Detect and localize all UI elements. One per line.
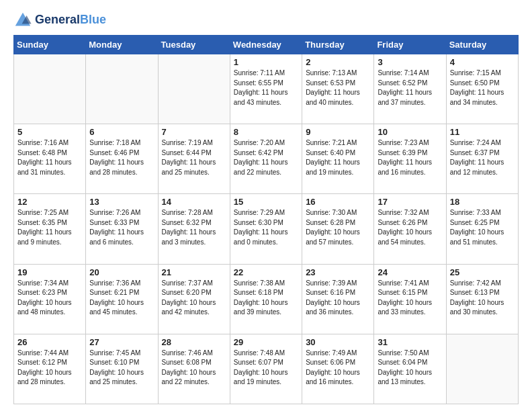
calendar-cell: 14Sunrise: 7:28 AM Sunset: 6:32 PM Dayli… bbox=[158, 194, 230, 264]
calendar-cell: 17Sunrise: 7:32 AM Sunset: 6:26 PM Dayli… bbox=[374, 194, 446, 264]
calendar-week-row: 26Sunrise: 7:44 AM Sunset: 6:12 PM Dayli… bbox=[14, 334, 519, 404]
day-number: 8 bbox=[234, 127, 298, 137]
day-detail: Sunrise: 7:29 AM Sunset: 6:30 PM Dayligh… bbox=[234, 208, 298, 247]
day-detail: Sunrise: 7:49 AM Sunset: 6:06 PM Dayligh… bbox=[306, 349, 370, 387]
calendar-cell: 19Sunrise: 7:34 AM Sunset: 6:23 PM Dayli… bbox=[14, 264, 86, 334]
calendar-cell: 13Sunrise: 7:26 AM Sunset: 6:33 PM Dayli… bbox=[86, 194, 158, 264]
calendar-cell: 8Sunrise: 7:20 AM Sunset: 6:42 PM Daylig… bbox=[230, 124, 302, 194]
day-detail: Sunrise: 7:13 AM Sunset: 6:53 PM Dayligh… bbox=[306, 68, 370, 107]
calendar-cell: 10Sunrise: 7:23 AM Sunset: 6:39 PM Dayli… bbox=[374, 124, 446, 194]
calendar-cell: 27Sunrise: 7:45 AM Sunset: 6:10 PM Dayli… bbox=[86, 334, 158, 404]
calendar-cell bbox=[446, 334, 518, 404]
calendar-cell: 23Sunrise: 7:39 AM Sunset: 6:16 PM Dayli… bbox=[302, 264, 374, 334]
day-number: 1 bbox=[234, 57, 298, 67]
logo: GeneralBlue bbox=[13, 11, 106, 30]
day-number: 2 bbox=[306, 57, 370, 67]
calendar-cell: 7Sunrise: 7:19 AM Sunset: 6:44 PM Daylig… bbox=[158, 124, 230, 194]
logo-text: GeneralBlue bbox=[35, 13, 106, 27]
day-number: 12 bbox=[17, 197, 82, 207]
calendar-cell: 9Sunrise: 7:21 AM Sunset: 6:40 PM Daylig… bbox=[302, 124, 374, 194]
day-number: 20 bbox=[89, 267, 154, 277]
day-detail: Sunrise: 7:34 AM Sunset: 6:23 PM Dayligh… bbox=[17, 279, 82, 318]
calendar-cell: 29Sunrise: 7:48 AM Sunset: 6:07 PM Dayli… bbox=[230, 334, 302, 404]
day-number: 31 bbox=[378, 337, 442, 347]
day-number: 22 bbox=[234, 267, 298, 277]
day-number: 26 bbox=[17, 337, 82, 347]
page: GeneralBlue SundayMondayTuesdayWednesday… bbox=[0, 0, 532, 411]
day-number: 17 bbox=[378, 197, 442, 207]
day-number: 6 bbox=[89, 127, 154, 137]
calendar-cell: 20Sunrise: 7:36 AM Sunset: 6:21 PM Dayli… bbox=[86, 264, 158, 334]
day-detail: Sunrise: 7:14 AM Sunset: 6:52 PM Dayligh… bbox=[378, 68, 442, 107]
day-number: 27 bbox=[89, 337, 154, 347]
day-detail: Sunrise: 7:38 AM Sunset: 6:18 PM Dayligh… bbox=[234, 279, 298, 318]
calendar-cell: 5Sunrise: 7:16 AM Sunset: 6:48 PM Daylig… bbox=[14, 124, 86, 194]
day-detail: Sunrise: 7:44 AM Sunset: 6:12 PM Dayligh… bbox=[17, 349, 82, 387]
day-number: 13 bbox=[89, 197, 154, 207]
calendar-week-row: 1Sunrise: 7:11 AM Sunset: 6:55 PM Daylig… bbox=[14, 54, 519, 124]
day-detail: Sunrise: 7:46 AM Sunset: 6:08 PM Dayligh… bbox=[162, 349, 226, 387]
day-detail: Sunrise: 7:18 AM Sunset: 6:46 PM Dayligh… bbox=[89, 138, 154, 177]
calendar-week-row: 5Sunrise: 7:16 AM Sunset: 6:48 PM Daylig… bbox=[14, 124, 519, 194]
day-detail: Sunrise: 7:39 AM Sunset: 6:16 PM Dayligh… bbox=[306, 279, 370, 318]
weekday-header: Tuesday bbox=[158, 36, 230, 54]
day-number: 16 bbox=[306, 197, 370, 207]
calendar-cell: 2Sunrise: 7:13 AM Sunset: 6:53 PM Daylig… bbox=[302, 54, 374, 124]
day-number: 30 bbox=[306, 337, 370, 347]
day-number: 25 bbox=[450, 267, 515, 277]
day-number: 21 bbox=[162, 267, 226, 277]
calendar-cell: 6Sunrise: 7:18 AM Sunset: 6:46 PM Daylig… bbox=[86, 124, 158, 194]
day-detail: Sunrise: 7:41 AM Sunset: 6:15 PM Dayligh… bbox=[378, 279, 442, 318]
day-detail: Sunrise: 7:19 AM Sunset: 6:44 PM Dayligh… bbox=[162, 138, 226, 177]
day-number: 24 bbox=[378, 267, 442, 277]
day-detail: Sunrise: 7:32 AM Sunset: 6:26 PM Dayligh… bbox=[378, 208, 442, 247]
day-detail: Sunrise: 7:30 AM Sunset: 6:28 PM Dayligh… bbox=[306, 208, 370, 247]
day-number: 3 bbox=[378, 57, 442, 67]
calendar-cell bbox=[158, 54, 230, 124]
day-detail: Sunrise: 7:20 AM Sunset: 6:42 PM Dayligh… bbox=[234, 138, 298, 177]
calendar-cell: 28Sunrise: 7:46 AM Sunset: 6:08 PM Dayli… bbox=[158, 334, 230, 404]
day-detail: Sunrise: 7:25 AM Sunset: 6:35 PM Dayligh… bbox=[17, 208, 82, 247]
calendar-cell: 25Sunrise: 7:42 AM Sunset: 6:13 PM Dayli… bbox=[446, 264, 518, 334]
calendar-cell: 3Sunrise: 7:14 AM Sunset: 6:52 PM Daylig… bbox=[374, 54, 446, 124]
day-detail: Sunrise: 7:26 AM Sunset: 6:33 PM Dayligh… bbox=[89, 208, 154, 247]
day-detail: Sunrise: 7:16 AM Sunset: 6:48 PM Dayligh… bbox=[17, 138, 82, 177]
calendar-table: SundayMondayTuesdayWednesdayThursdayFrid… bbox=[13, 35, 519, 404]
header: GeneralBlue bbox=[13, 11, 519, 30]
calendar-cell: 1Sunrise: 7:11 AM Sunset: 6:55 PM Daylig… bbox=[230, 54, 302, 124]
day-number: 28 bbox=[162, 337, 226, 347]
day-number: 14 bbox=[162, 197, 226, 207]
day-detail: Sunrise: 7:42 AM Sunset: 6:13 PM Dayligh… bbox=[450, 279, 515, 318]
weekday-header: Saturday bbox=[446, 36, 518, 54]
weekday-header: Sunday bbox=[14, 36, 86, 54]
day-number: 9 bbox=[306, 127, 370, 137]
day-number: 11 bbox=[450, 127, 515, 137]
day-number: 5 bbox=[17, 127, 82, 137]
logo-icon bbox=[13, 11, 32, 30]
calendar-cell: 15Sunrise: 7:29 AM Sunset: 6:30 PM Dayli… bbox=[230, 194, 302, 264]
day-detail: Sunrise: 7:23 AM Sunset: 6:39 PM Dayligh… bbox=[378, 138, 442, 177]
day-number: 19 bbox=[17, 267, 82, 277]
calendar-cell: 24Sunrise: 7:41 AM Sunset: 6:15 PM Dayli… bbox=[374, 264, 446, 334]
calendar-cell: 4Sunrise: 7:15 AM Sunset: 6:50 PM Daylig… bbox=[446, 54, 518, 124]
day-detail: Sunrise: 7:37 AM Sunset: 6:20 PM Dayligh… bbox=[162, 279, 226, 318]
day-number: 23 bbox=[306, 267, 370, 277]
calendar-cell: 30Sunrise: 7:49 AM Sunset: 6:06 PM Dayli… bbox=[302, 334, 374, 404]
day-detail: Sunrise: 7:24 AM Sunset: 6:37 PM Dayligh… bbox=[450, 138, 515, 177]
day-detail: Sunrise: 7:50 AM Sunset: 6:04 PM Dayligh… bbox=[378, 349, 442, 387]
day-detail: Sunrise: 7:33 AM Sunset: 6:25 PM Dayligh… bbox=[450, 208, 515, 247]
weekday-header-row: SundayMondayTuesdayWednesdayThursdayFrid… bbox=[14, 36, 519, 54]
calendar-cell: 18Sunrise: 7:33 AM Sunset: 6:25 PM Dayli… bbox=[446, 194, 518, 264]
calendar-cell: 11Sunrise: 7:24 AM Sunset: 6:37 PM Dayli… bbox=[446, 124, 518, 194]
day-number: 15 bbox=[234, 197, 298, 207]
day-detail: Sunrise: 7:21 AM Sunset: 6:40 PM Dayligh… bbox=[306, 138, 370, 177]
day-number: 7 bbox=[162, 127, 226, 137]
weekday-header: Friday bbox=[374, 36, 446, 54]
day-number: 18 bbox=[450, 197, 515, 207]
weekday-header: Thursday bbox=[302, 36, 374, 54]
weekday-header: Wednesday bbox=[230, 36, 302, 54]
calendar-cell: 21Sunrise: 7:37 AM Sunset: 6:20 PM Dayli… bbox=[158, 264, 230, 334]
day-detail: Sunrise: 7:15 AM Sunset: 6:50 PM Dayligh… bbox=[450, 68, 515, 107]
day-detail: Sunrise: 7:11 AM Sunset: 6:55 PM Dayligh… bbox=[234, 68, 298, 107]
day-number: 4 bbox=[450, 57, 515, 67]
